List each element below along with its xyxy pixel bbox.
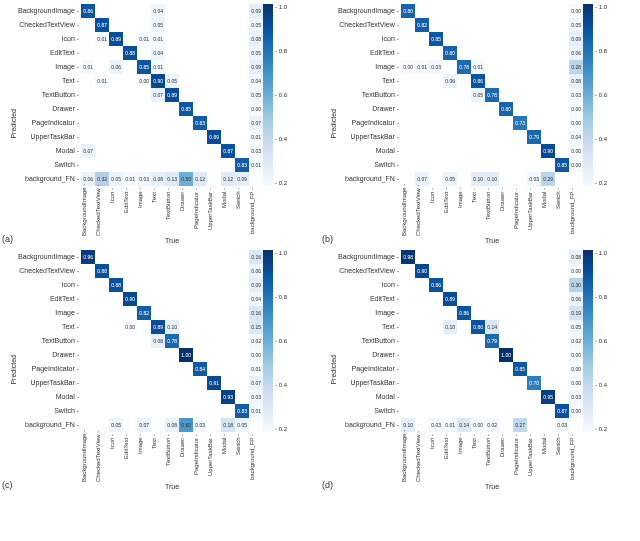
colorbar-tick: - 1.0 <box>275 4 287 10</box>
y-tick: Drawer - <box>338 348 399 362</box>
x-tick: background_FP - <box>569 434 583 482</box>
heatmap-cell <box>221 102 235 116</box>
heatmap-cell <box>513 46 527 60</box>
heatmap-cell <box>541 4 555 18</box>
heatmap-cell: 0.13 <box>165 172 179 186</box>
x-tick: TextButton - <box>485 188 499 236</box>
heatmap-cell <box>443 32 457 46</box>
panel-b: PredictedBackgroundImage -CheckedTextVie… <box>320 0 640 246</box>
heatmap-cell <box>179 46 193 60</box>
heatmap-cell <box>513 144 527 158</box>
heatmap-cell <box>555 88 569 102</box>
heatmap-cell <box>485 74 499 88</box>
heatmap-cell: 0.00 <box>471 418 485 432</box>
heatmap-cell: 0.03 <box>429 418 443 432</box>
heatmap-cell <box>207 74 221 88</box>
heatmap-cell: 0.03 <box>527 172 541 186</box>
colorbar-ticks: - 1.0- 0.8- 0.6- 0.4- 0.2 <box>275 250 287 432</box>
y-tick: Drawer - <box>338 102 399 116</box>
colorbar-tick: - 0.4 <box>275 382 287 388</box>
heatmap-cell <box>527 4 541 18</box>
x-tick: Text - <box>471 188 485 236</box>
x-ticks: BackgroundImage -CheckedTextView -Icon -… <box>401 434 583 482</box>
heatmap-cell <box>235 88 249 102</box>
heatmap-cell <box>193 88 207 102</box>
y-ticks: BackgroundImage -CheckedTextView -Icon -… <box>338 4 399 186</box>
heatmap-cell: 0.86 <box>81 4 95 18</box>
colorbar-gradient <box>263 4 273 186</box>
heatmap-cell <box>485 102 499 116</box>
heatmap-cell <box>541 264 555 278</box>
colorbar-ticks: - 1.0- 0.8- 0.6- 0.4- 0.2 <box>595 4 607 186</box>
heatmap-cell <box>165 404 179 418</box>
heatmap-cell <box>95 348 109 362</box>
heatmap-cell: 0.01 <box>123 172 137 186</box>
heatmap-cell <box>471 144 485 158</box>
x-tick: CheckedTextView - <box>415 434 429 482</box>
heatmap-cell <box>541 116 555 130</box>
heatmap-cell <box>81 74 95 88</box>
heatmap-cell <box>109 144 123 158</box>
heatmap-cell <box>429 376 443 390</box>
heatmap-cell <box>541 32 555 46</box>
heatmap-cell <box>109 390 123 404</box>
heatmap-cell <box>179 60 193 74</box>
heatmap-cell <box>137 130 151 144</box>
heatmap-cell <box>541 334 555 348</box>
heatmap-cell <box>165 362 179 376</box>
x-ticks: BackgroundImage -CheckedTextView -Icon -… <box>401 188 583 236</box>
heatmap-cell <box>471 32 485 46</box>
heatmap-cell <box>179 320 193 334</box>
heatmap-cell <box>499 390 513 404</box>
heatmap-cell <box>485 116 499 130</box>
heatmap-cell <box>137 46 151 60</box>
heatmap-cell <box>555 278 569 292</box>
x-tick: Image - <box>457 188 471 236</box>
heatmap-cell <box>443 362 457 376</box>
heatmap-cell <box>179 334 193 348</box>
heatmap-cell: 0.08 <box>569 250 583 264</box>
heatmap-cell <box>109 116 123 130</box>
heatmap-cell <box>429 362 443 376</box>
heatmap-cell <box>137 250 151 264</box>
heatmap-cell <box>179 278 193 292</box>
heatmap-cell: 0.00 <box>569 102 583 116</box>
heatmap-cell <box>235 46 249 60</box>
heatmap-cell <box>555 250 569 264</box>
heatmap-cell: 0.80 <box>401 4 415 18</box>
heatmap-cell <box>193 306 207 320</box>
heatmap-cell: 0.90 <box>151 74 165 88</box>
heatmap-cell <box>443 130 457 144</box>
heatmap-cell <box>499 88 513 102</box>
heatmap-cell: 0.15 <box>249 320 263 334</box>
heatmap-cell <box>485 292 499 306</box>
heatmap-cell <box>221 306 235 320</box>
heatmap-cell: 0.10 <box>443 320 457 334</box>
colorbar-tick: - 0.2 <box>275 426 287 432</box>
heatmap-cell: 0.12 <box>193 172 207 186</box>
heatmap-cell: 0.85 <box>179 102 193 116</box>
heatmap-cell <box>95 116 109 130</box>
x-tick: Modal - <box>541 188 555 236</box>
heatmap-cell <box>221 376 235 390</box>
heatmap-cell <box>485 130 499 144</box>
heatmap-cell <box>123 404 137 418</box>
heatmap-cell: 0.05 <box>109 172 123 186</box>
heatmap-cell <box>235 130 249 144</box>
heatmap-cell <box>499 306 513 320</box>
colorbar-tick: - 1.0 <box>595 4 607 10</box>
heatmap-cell <box>485 348 499 362</box>
heatmap-cell <box>109 264 123 278</box>
heatmap-cell <box>513 18 527 32</box>
y-tick: Switch - <box>18 158 79 172</box>
heatmap-cell: 0.91 <box>207 376 221 390</box>
heatmap-cell <box>95 144 109 158</box>
heatmap-cell <box>415 390 429 404</box>
heatmap-cell <box>235 348 249 362</box>
heatmap-cell <box>443 306 457 320</box>
heatmap-cell <box>415 362 429 376</box>
heatmap-cell <box>527 18 541 32</box>
heatmap-cell: 0.06 <box>109 60 123 74</box>
y-tick: PageIndicator - <box>338 362 399 376</box>
y-tick: CheckedTextView - <box>18 264 79 278</box>
